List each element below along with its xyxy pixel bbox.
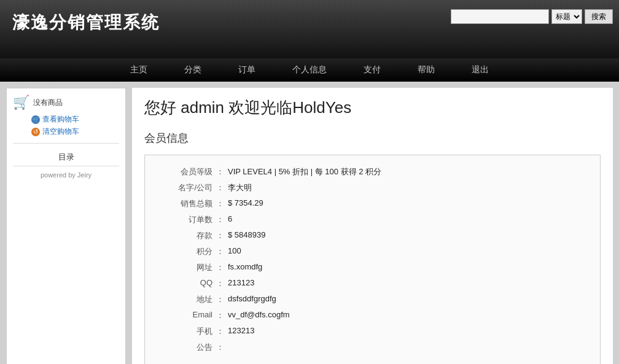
member-name-row: 名字/公司 ： 李大明 — [163, 182, 582, 193]
welcome-title: 您好 admin 欢迎光临HoldYes — [144, 97, 601, 118]
member-address-row: 地址 ： dsfsddfgrgdfg — [163, 294, 582, 305]
email-label: Email — [163, 310, 212, 321]
cart-icon: 🛒 — [13, 95, 29, 110]
search-dropdown[interactable]: 标题 — [551, 9, 582, 24]
search-area: 标题 搜索 — [451, 9, 613, 24]
qq-label: QQ — [163, 278, 212, 289]
clear-cart-icon: ↺ — [31, 128, 40, 136]
phone-value: 123213 — [228, 326, 254, 337]
search-input[interactable] — [451, 9, 549, 24]
points-value: 100 — [228, 246, 241, 257]
clear-cart-link[interactable]: ↺ 清空购物车 — [31, 126, 119, 137]
sidebar: 🛒 没有商品 🛒 查看购物车 ↺ 清空购物车 目录 powered by Jei… — [6, 88, 126, 364]
member-points-row: 积分 ： 100 — [163, 246, 582, 257]
website-value: fs.xomdfg — [228, 262, 262, 273]
sidebar-menu[interactable]: 目录 — [13, 149, 119, 166]
member-qq-row: QQ ： 213123 — [163, 278, 582, 289]
phone-label: 手机 — [163, 326, 212, 337]
address-label: 地址 — [163, 294, 212, 305]
nav-logout[interactable]: 退出 — [465, 60, 495, 80]
cart-section: 🛒 没有商品 🛒 查看购物车 ↺ 清空购物车 — [13, 95, 119, 144]
member-email-row: Email ： vv_df@dfs.cogfm — [163, 310, 582, 321]
website-label: 网址 — [163, 262, 212, 273]
member-info-box: 会员等级 ： VIP LEVEL4 | 5% 折扣 | 每 100 获得 2 积… — [144, 155, 601, 364]
section-title: 会员信息 — [144, 131, 601, 145]
search-button[interactable]: 搜索 — [585, 9, 613, 24]
member-orders-row: 订单数 ： 6 — [163, 214, 582, 225]
level-label: 会员等级 — [163, 166, 212, 177]
navigation: 主页 分类 订单 个人信息 支付 帮助 退出 — [0, 58, 619, 82]
member-sales-row: 销售总额 ： $ 7354.29 — [163, 198, 582, 209]
email-value: vv_df@dfs.cogfm — [228, 310, 290, 321]
member-balance-row: 存款 ： $ 5848939 — [163, 230, 582, 241]
orders-label: 订单数 — [163, 214, 212, 225]
nav-help[interactable]: 帮助 — [411, 60, 441, 80]
cart-links: 🛒 查看购物车 ↺ 清空购物车 — [13, 114, 119, 137]
notice-label: 公告 — [163, 342, 212, 353]
powered-by: powered by Jeiry — [13, 171, 119, 179]
name-label: 名字/公司 — [163, 182, 212, 193]
cart-top: 🛒 没有商品 — [13, 95, 119, 110]
nav-home[interactable]: 主页 — [124, 60, 154, 80]
member-phone-row: 手机 ： 123213 — [163, 326, 582, 337]
header: 濠逸分销管理系统 标题 搜索 — [0, 0, 619, 58]
sales-value: $ 7354.29 — [228, 198, 263, 209]
view-cart-link[interactable]: 🛒 查看购物车 — [31, 114, 119, 125]
member-level-row: 会员等级 ： VIP LEVEL4 | 5% 折扣 | 每 100 获得 2 积… — [163, 166, 582, 177]
balance-label: 存款 — [163, 230, 212, 241]
sales-label: 销售总额 — [163, 198, 212, 209]
view-cart-icon: 🛒 — [31, 115, 40, 124]
orders-value: 6 — [228, 214, 232, 225]
name-value: 李大明 — [228, 182, 252, 193]
qq-value: 213123 — [228, 278, 254, 289]
points-label: 积分 — [163, 246, 212, 257]
nav-profile[interactable]: 个人信息 — [286, 60, 333, 80]
main-layout: 🛒 没有商品 🛒 查看购物车 ↺ 清空购物车 目录 powered by Jei… — [0, 82, 619, 364]
level-value: VIP LEVEL4 | 5% 折扣 | 每 100 获得 2 积分 — [228, 166, 381, 177]
member-website-row: 网址 ： fs.xomdfg — [163, 262, 582, 273]
nav-orders[interactable]: 订单 — [232, 60, 262, 80]
cart-empty-label: 没有商品 — [33, 98, 63, 108]
member-notice-row: 公告 ： — [163, 342, 582, 353]
nav-category[interactable]: 分类 — [178, 60, 208, 80]
balance-value: $ 5848939 — [228, 230, 265, 241]
address-value: dsfsddfgrgdfg — [228, 294, 276, 305]
content-area: 您好 admin 欢迎光临HoldYes 会员信息 会员等级 ： VIP LEV… — [132, 88, 613, 364]
nav-payment[interactable]: 支付 — [357, 60, 387, 80]
